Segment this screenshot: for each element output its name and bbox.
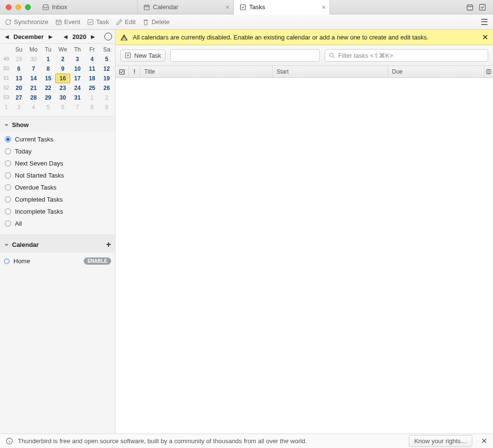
calendar-item-home[interactable]: Home ENABLE (4, 256, 111, 267)
calendar-day[interactable]: 5 (100, 54, 114, 64)
calendar-day[interactable]: 9 (55, 64, 70, 74)
prev-year-button[interactable]: ◀ (62, 33, 69, 40)
main-toolbar: Synchronize Event Task Edit Delete ☰ (0, 14, 493, 30)
calendar-section-header[interactable]: Calendar + (0, 235, 115, 253)
calendar-day[interactable]: 20 (12, 83, 26, 93)
edit-button[interactable]: Edit (116, 18, 136, 26)
calendar-day[interactable]: 7 (26, 64, 40, 74)
calendar-day[interactable]: 9 (100, 102, 114, 112)
close-tab-tasks-icon[interactable]: × (322, 3, 326, 11)
calendar-day[interactable]: 13 (12, 74, 26, 83)
tab-calendar[interactable]: Calendar × (138, 0, 234, 14)
calendar-day[interactable]: 16 (55, 74, 70, 83)
show-filter-option[interactable]: All (4, 218, 111, 230)
synchronize-button[interactable]: Synchronize (5, 18, 49, 26)
minimize-window-button[interactable] (15, 4, 21, 10)
col-due[interactable]: Due (388, 66, 484, 77)
calendar-day[interactable]: 14 (26, 74, 40, 83)
calendar-day[interactable]: 27 (12, 93, 26, 102)
dismiss-warning-button[interactable]: ✕ (482, 33, 488, 42)
next-year-button[interactable]: ▶ (89, 33, 97, 40)
calendar-day[interactable]: 8 (85, 102, 99, 112)
quick-task-input[interactable] (170, 49, 320, 62)
calendar-day[interactable]: 6 (12, 64, 26, 74)
calendar-day[interactable]: 21 (26, 83, 40, 93)
show-filter-option[interactable]: Current Tasks (4, 133, 111, 145)
calendar-day[interactable]: 18 (85, 74, 99, 83)
task-toolbar: New Task Filter tasks <⇧⌘K> (115, 45, 493, 66)
show-filter-option[interactable]: Next Seven Days (4, 157, 111, 169)
show-option-label: Completed Tasks (15, 196, 63, 203)
enable-calendar-button[interactable]: ENABLE (84, 257, 111, 265)
calendar-day[interactable]: 25 (85, 83, 99, 93)
calendar-day[interactable]: 2 (55, 54, 70, 64)
show-filter-option[interactable]: Overdue Tasks (4, 181, 111, 193)
know-your-rights-button[interactable]: Know your rights… (409, 435, 472, 447)
calendar-day[interactable]: 15 (41, 74, 55, 83)
calendar-day[interactable]: 5 (41, 102, 55, 112)
calendar-day[interactable]: 22 (41, 83, 55, 93)
calendar-day[interactable]: 12 (100, 64, 114, 74)
show-option-label: Incomplete Tasks (15, 208, 63, 215)
calendar-day[interactable]: 11 (85, 64, 99, 74)
calendar-day[interactable]: 8 (41, 64, 55, 74)
col-priority[interactable]: ! (129, 66, 140, 77)
calendar-day[interactable]: 30 (55, 93, 70, 102)
info-icon (6, 437, 13, 445)
calendar-day[interactable]: 24 (70, 83, 85, 93)
calendar-day[interactable]: 31 (70, 93, 85, 102)
show-filter-option[interactable]: Not Started Tasks (4, 169, 111, 181)
calendar-day[interactable]: 30 (26, 54, 40, 64)
calendar-day[interactable]: 2 (100, 93, 114, 102)
show-filter-option[interactable]: Completed Tasks (4, 193, 111, 205)
app-menu-button[interactable]: ☰ (480, 17, 488, 27)
go-to-today-button[interactable] (104, 33, 112, 40)
calendar-shortcut-icon[interactable] (466, 3, 474, 11)
column-picker-button[interactable] (484, 66, 493, 77)
calendar-day[interactable]: 6 (55, 102, 70, 112)
calendar-day[interactable]: 1 (85, 93, 99, 102)
calendar-day[interactable]: 3 (70, 54, 85, 64)
add-calendar-button[interactable]: + (106, 240, 111, 250)
calendar-day[interactable]: 1 (41, 54, 55, 64)
tabstrip: Inbox Calendar × Tasks × (37, 0, 459, 14)
close-window-button[interactable] (6, 4, 12, 10)
calendar-day[interactable]: 23 (55, 83, 70, 93)
calendar-day[interactable]: 29 (12, 54, 26, 64)
tab-inbox[interactable]: Inbox (37, 0, 138, 14)
new-task-quick-button[interactable]: New Task (120, 50, 165, 62)
calendar-day[interactable]: 7 (70, 102, 85, 112)
week-number: 49 (1, 54, 12, 64)
col-title[interactable]: Title (140, 66, 273, 77)
col-completed[interactable] (115, 66, 129, 77)
calendar-list: Home ENABLE (0, 253, 115, 269)
new-event-button[interactable]: Event (55, 18, 80, 26)
radio-icon (5, 160, 11, 166)
calendar-day[interactable]: 29 (41, 93, 55, 102)
calendar-day[interactable]: 28 (26, 93, 40, 102)
dismiss-footer-button[interactable]: ✕ (481, 436, 487, 446)
new-task-button[interactable]: Task (87, 18, 109, 26)
tasks-shortcut-icon[interactable] (479, 3, 486, 11)
zoom-window-button[interactable] (25, 4, 31, 10)
show-filter-option[interactable]: Today (4, 145, 111, 157)
filter-placeholder: Filter tasks <⇧⌘K> (338, 52, 393, 59)
pencil-icon (116, 19, 123, 26)
close-tab-calendar-icon[interactable]: × (226, 3, 229, 11)
show-section-header[interactable]: Show (0, 116, 115, 131)
prev-month-button[interactable]: ◀ (3, 33, 11, 40)
svg-rect-5 (88, 19, 93, 25)
calendar-day[interactable]: 10 (70, 64, 85, 74)
calendar-day[interactable]: 26 (100, 83, 114, 93)
col-start[interactable]: Start (273, 66, 388, 77)
calendar-day[interactable]: 3 (12, 102, 26, 112)
calendar-day[interactable]: 4 (26, 102, 40, 112)
next-month-button[interactable]: ▶ (47, 33, 54, 40)
calendar-day[interactable]: 4 (85, 54, 99, 64)
delete-button[interactable]: Delete (142, 18, 170, 26)
filter-tasks-input[interactable]: Filter tasks <⇧⌘K> (325, 49, 488, 62)
show-filter-option[interactable]: Incomplete Tasks (4, 205, 111, 218)
tab-tasks[interactable]: Tasks × (234, 0, 330, 14)
calendar-day[interactable]: 19 (100, 74, 114, 83)
calendar-day[interactable]: 17 (70, 74, 85, 83)
